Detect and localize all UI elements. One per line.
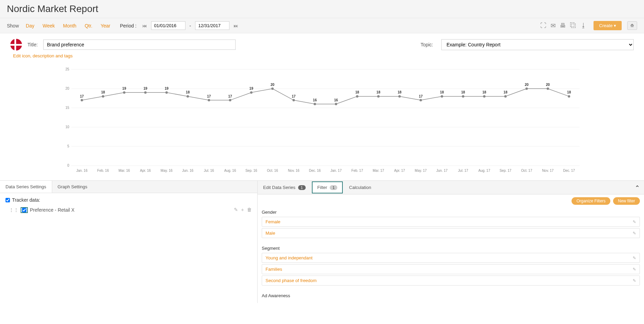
svg-point-82 bbox=[568, 95, 570, 98]
svg-text:Jan. 16: Jan. 16 bbox=[76, 169, 88, 172]
tab-calculation[interactable]: Calculation bbox=[343, 181, 376, 193]
svg-text:25: 25 bbox=[65, 67, 69, 71]
svg-point-56 bbox=[293, 99, 295, 101]
panel-collapse-icon[interactable]: ⌃ bbox=[635, 184, 640, 192]
period-label: Period : bbox=[120, 23, 136, 29]
edit-series-icon[interactable]: ✎ bbox=[234, 207, 238, 213]
svg-text:20: 20 bbox=[546, 83, 550, 87]
svg-text:Aug. 17: Aug. 17 bbox=[478, 169, 490, 172]
svg-point-44 bbox=[166, 91, 168, 94]
tracker-label: Tracker data: bbox=[12, 197, 40, 203]
tracker-checkbox[interactable] bbox=[5, 198, 10, 202]
filter-item[interactable]: Female✎ bbox=[262, 217, 640, 227]
tab-edit-data-series[interactable]: Edit Data Series 1 bbox=[258, 181, 311, 193]
svg-text:Mar. 17: Mar. 17 bbox=[373, 169, 384, 172]
svg-text:Jul. 16: Jul. 16 bbox=[204, 169, 214, 172]
pencil-icon[interactable]: ✎ bbox=[633, 278, 636, 283]
svg-text:17: 17 bbox=[80, 94, 84, 98]
title-row: Title: Topic: Example: Country Report bbox=[0, 33, 644, 52]
period-first-icon[interactable]: ⏮ bbox=[141, 23, 148, 29]
svg-point-72 bbox=[462, 95, 464, 98]
filter-group-title: Gender bbox=[262, 208, 640, 217]
svg-point-62 bbox=[356, 95, 359, 98]
topic-select[interactable]: Example: Country Report bbox=[441, 39, 634, 50]
svg-text:19: 19 bbox=[144, 87, 148, 90]
edit-icon-desc-link[interactable]: Edit icon, description and tags bbox=[0, 52, 644, 63]
svg-text:Mar. 16: Mar. 16 bbox=[118, 169, 130, 172]
fullscreen-icon[interactable]: ⛶ bbox=[539, 21, 548, 30]
svg-text:15: 15 bbox=[65, 106, 69, 110]
svg-text:Sep. 16: Sep. 16 bbox=[245, 169, 257, 172]
filter-item[interactable]: Families✎ bbox=[262, 264, 640, 274]
svg-text:18: 18 bbox=[355, 90, 359, 94]
filter-item-label: Families bbox=[265, 267, 282, 272]
caret-down-icon: ▾ bbox=[614, 23, 616, 28]
tracker-row: Tracker data: bbox=[5, 197, 252, 203]
download-icon[interactable]: ⭳ bbox=[579, 21, 588, 30]
filter-item[interactable]: Young and independant✎ bbox=[262, 253, 640, 263]
tab-filter[interactable]: Filter 1 bbox=[312, 181, 343, 193]
svg-point-60 bbox=[335, 103, 337, 105]
tab-graph-settings[interactable]: Graph Settings bbox=[52, 181, 93, 193]
svg-text:Aug. 16: Aug. 16 bbox=[224, 169, 236, 172]
tab-data-series-settings[interactable]: Data Series Settings bbox=[0, 181, 52, 193]
right-panel: ⌃ Edit Data Series 1 Filter 1 Calculatio… bbox=[258, 181, 644, 303]
svg-text:Oct. 16: Oct. 16 bbox=[267, 169, 278, 172]
date-from-input[interactable] bbox=[151, 21, 185, 30]
svg-point-66 bbox=[398, 95, 401, 98]
series-checkbox[interactable] bbox=[22, 208, 26, 212]
filter-badge: 1 bbox=[330, 185, 337, 190]
svg-text:Nov. 17: Nov. 17 bbox=[542, 169, 554, 172]
time-year[interactable]: Year bbox=[101, 23, 110, 29]
chart-area: 0510152025Jan. 16Feb. 16Mar. 16Apr. 16Ma… bbox=[0, 63, 644, 180]
svg-text:Dec. 16: Dec. 16 bbox=[309, 169, 321, 172]
add-series-icon[interactable]: ＋ bbox=[240, 207, 245, 213]
series-checkbox-highlight bbox=[21, 207, 28, 213]
time-month[interactable]: Month bbox=[63, 23, 76, 29]
filter-group-title: Ad Awareness bbox=[262, 291, 640, 300]
mail-icon[interactable]: ✉ bbox=[549, 21, 557, 30]
filter-item-label: Male bbox=[265, 231, 275, 236]
pencil-icon[interactable]: ✎ bbox=[633, 231, 636, 236]
filter-item[interactable]: Male✎ bbox=[262, 228, 640, 238]
svg-text:10: 10 bbox=[65, 125, 69, 129]
svg-text:Jun. 16: Jun. 16 bbox=[182, 169, 193, 172]
svg-point-40 bbox=[123, 91, 125, 94]
bottom-panels: Data Series Settings Graph Settings Trac… bbox=[0, 180, 644, 303]
period-last-icon[interactable]: ⏭ bbox=[232, 23, 240, 29]
svg-text:Dec. 17: Dec. 17 bbox=[563, 169, 575, 172]
svg-text:18: 18 bbox=[440, 90, 444, 94]
drag-handle-icon[interactable]: ⋮⋮ bbox=[9, 207, 19, 213]
collapse-button[interactable]: ⟰ bbox=[627, 21, 637, 30]
time-day[interactable]: Day bbox=[26, 23, 34, 29]
svg-text:Apr. 16: Apr. 16 bbox=[140, 169, 151, 172]
copy-icon[interactable]: ⿻ bbox=[569, 21, 578, 30]
print-icon[interactable]: 🖶 bbox=[558, 21, 567, 30]
pencil-icon[interactable]: ✎ bbox=[633, 256, 636, 260]
title-input[interactable] bbox=[43, 40, 236, 50]
svg-point-48 bbox=[208, 99, 210, 101]
delete-series-icon[interactable]: 🗑 bbox=[247, 207, 252, 213]
time-week[interactable]: Week bbox=[43, 23, 55, 29]
page-header: Nordic Market Report bbox=[0, 0, 644, 18]
svg-point-42 bbox=[144, 91, 147, 94]
svg-text:19: 19 bbox=[122, 87, 126, 90]
create-button[interactable]: Create ▾ bbox=[594, 21, 622, 30]
svg-text:18: 18 bbox=[186, 90, 190, 94]
svg-text:Jan. 17: Jan. 17 bbox=[330, 169, 342, 172]
svg-point-80 bbox=[547, 88, 549, 90]
left-tabs: Data Series Settings Graph Settings bbox=[0, 181, 257, 193]
filter-item[interactable]: Second phase of freedom✎ bbox=[262, 276, 640, 286]
svg-text:17: 17 bbox=[207, 94, 211, 98]
pencil-icon[interactable]: ✎ bbox=[633, 267, 636, 272]
svg-text:16: 16 bbox=[334, 98, 338, 102]
svg-text:18: 18 bbox=[567, 90, 571, 94]
new-filter-button[interactable]: New filter bbox=[613, 197, 640, 205]
left-panel: Data Series Settings Graph Settings Trac… bbox=[0, 181, 258, 303]
organize-filters-button[interactable]: Organize Filters bbox=[572, 197, 610, 205]
svg-point-38 bbox=[102, 95, 104, 98]
svg-text:Nov. 16: Nov. 16 bbox=[288, 169, 300, 172]
date-to-input[interactable] bbox=[195, 21, 229, 30]
time-qtr[interactable]: Qtr. bbox=[84, 23, 92, 29]
pencil-icon[interactable]: ✎ bbox=[633, 220, 636, 224]
